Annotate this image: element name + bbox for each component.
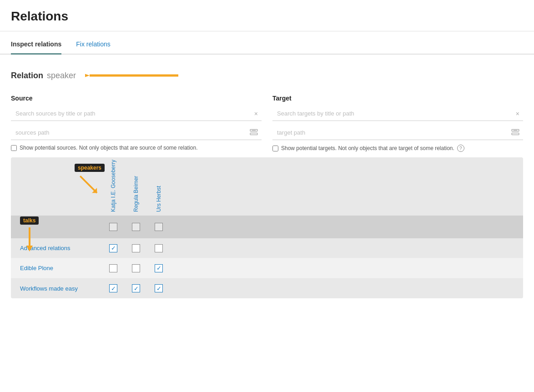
svg-rect-3 — [250, 133, 257, 135]
diagonal-arrow-icon — [76, 172, 103, 199]
source-search-input[interactable] — [11, 106, 262, 121]
tab-inspect-relations[interactable]: Inspect relations — [11, 35, 61, 55]
source-clear-icon[interactable]: × — [254, 110, 258, 117]
tabs-bar: Inspect relations Fix relations — [0, 35, 534, 55]
svg-marker-11 — [26, 246, 33, 251]
row-3-cell-3: ✓ — [147, 278, 170, 298]
data-rows: Advanced relations ✓ — [11, 238, 523, 298]
source-target-row: Source × — [11, 95, 523, 152]
row-name-3[interactable]: Workflows made easy — [20, 285, 102, 292]
annotation-speakers: speakers — [75, 164, 105, 199]
target-path-wrap — [272, 126, 523, 140]
row-1-cell-1: ✓ — [102, 238, 125, 258]
source-show-potential: Show potential sources. Not only objects… — [11, 145, 262, 151]
header-checkbox-3[interactable] — [155, 223, 163, 231]
table-row: Advanced relations ✓ — [11, 238, 523, 258]
checkbox-r3c3[interactable]: ✓ — [155, 284, 163, 292]
header-cell-1 — [102, 216, 125, 238]
checkbox-r3c1[interactable]: ✓ — [109, 284, 117, 292]
checkbox-r2c3[interactable]: ✓ — [155, 264, 163, 272]
checkbox-r2c1[interactable] — [109, 264, 117, 272]
row-1-cells: ✓ — [102, 238, 170, 258]
table-row: Workflows made easy ✓ ✓ ✓ — [11, 278, 523, 298]
col-header-2[interactable]: Regula Beimer — [133, 166, 139, 212]
target-search-wrap: × — [272, 106, 523, 121]
orange-arrow-icon — [85, 65, 181, 85]
source-path-icon[interactable] — [250, 129, 258, 137]
col-header-3[interactable]: Urs Herbst — [156, 166, 162, 212]
annotation-talks: talks — [20, 216, 39, 251]
target-column: Target × — [272, 95, 523, 152]
speakers-badge: speakers — [75, 164, 105, 172]
row-1-cell-3 — [147, 238, 170, 258]
source-path-wrap — [11, 126, 262, 140]
target-clear-icon[interactable]: × — [516, 110, 519, 117]
source-path-input[interactable] — [11, 126, 262, 140]
matrix-col-header-2: Regula Beimer — [125, 166, 147, 216]
header-checkbox-1[interactable] — [109, 223, 117, 231]
matrix-col-header-3: Urs Herbst — [147, 166, 170, 216]
relation-heading: Relation speaker — [11, 65, 523, 85]
header-cell-3 — [147, 216, 170, 238]
main-content: Relation speaker Source × — [0, 55, 534, 309]
row-2-cell-2 — [125, 258, 147, 278]
row-3-cell-2: ✓ — [125, 278, 147, 298]
source-column: Source × — [11, 95, 262, 152]
svg-rect-6 — [512, 133, 519, 135]
target-show-potential: Show potential targets. Not only objects… — [272, 145, 523, 152]
header-checkbox-2[interactable] — [132, 223, 140, 231]
row-2-cell-3: ✓ — [147, 258, 170, 278]
row-2-cells: ✓ — [102, 258, 170, 278]
row-1-cell-2 — [125, 238, 147, 258]
table-row: Edible Plone ✓ — [11, 258, 523, 278]
source-label: Source — [11, 95, 262, 102]
info-icon[interactable]: ? — [457, 145, 464, 152]
matrix-header-cells — [102, 216, 170, 238]
target-path-input[interactable] — [272, 126, 523, 140]
col-header-1[interactable]: Katja I.E. Gooseberry — [110, 166, 116, 212]
source-potential-checkbox[interactable] — [11, 145, 17, 151]
row-3-cells: ✓ ✓ ✓ — [102, 278, 170, 298]
checkbox-r2c2[interactable] — [132, 264, 140, 272]
tab-fix-relations[interactable]: Fix relations — [76, 35, 110, 55]
row-3-cell-1: ✓ — [102, 278, 125, 298]
matrix-container: speakers talks Katja I.E. Gooseberry — [11, 157, 523, 298]
row-2-cell-1 — [102, 258, 125, 278]
down-arrow-icon — [25, 226, 35, 251]
source-search-wrap: × — [11, 106, 262, 121]
row-name-2[interactable]: Edible Plone — [20, 265, 102, 271]
target-path-icon[interactable] — [511, 129, 519, 137]
target-search-input[interactable] — [272, 106, 523, 121]
checkbox-r1c3[interactable] — [155, 244, 163, 252]
checkbox-r1c1[interactable]: ✓ — [109, 244, 117, 252]
page-wrapper: Relations Inspect relations Fix relation… — [0, 0, 534, 392]
relation-name: speaker — [47, 71, 76, 80]
target-label: Target — [272, 95, 523, 102]
matrix-col-header-1: Katja I.E. Gooseberry — [102, 166, 125, 216]
page-header: Relations — [0, 0, 534, 31]
talks-badge: talks — [20, 216, 39, 225]
checkbox-r1c2[interactable] — [132, 244, 140, 252]
header-cell-2 — [125, 216, 147, 238]
checkbox-r3c2[interactable]: ✓ — [132, 284, 140, 292]
page-title: Relations — [11, 9, 523, 24]
matrix-empty-header-row — [11, 216, 523, 238]
target-potential-checkbox[interactable] — [272, 146, 278, 151]
